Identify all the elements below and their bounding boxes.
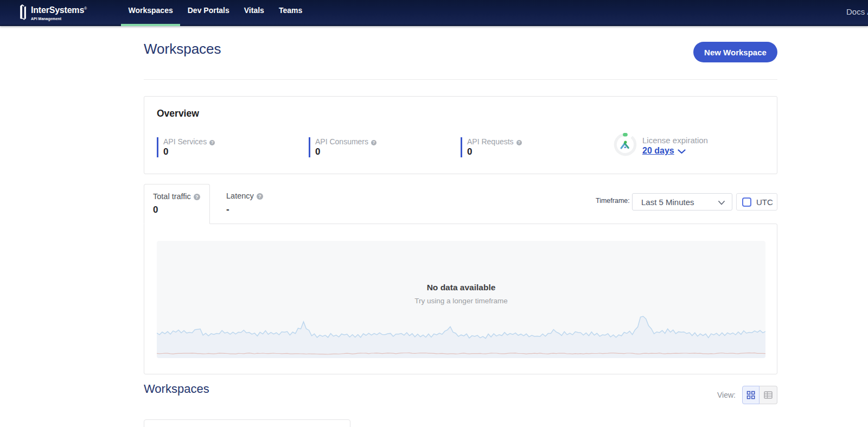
nav-item-dev-portals[interactable]: Dev Portals xyxy=(180,0,237,26)
timeframe-select[interactable]: Last 5 Minutes xyxy=(632,193,732,211)
stat-value: 0 xyxy=(163,147,215,157)
overview-card: Overview API Services? 0 API Consumers? … xyxy=(144,96,777,174)
nav-item-label: Dev Portals xyxy=(188,6,229,15)
chevron-down-icon xyxy=(718,201,725,205)
nav-item-label: Vitals xyxy=(244,6,264,15)
stat-api-requests: API Requests? 0 xyxy=(461,137,522,157)
grid-view-icon xyxy=(746,391,755,399)
stat-value: 0 xyxy=(315,147,376,157)
top-navbar: InterSystems® API Management Workspaces … xyxy=(0,0,868,26)
nav-item-label: Workspaces xyxy=(129,6,173,15)
registered-mark: ® xyxy=(84,7,87,10)
timeframe-selected-value: Last 5 Minutes xyxy=(641,197,694,207)
page-title: Workspaces xyxy=(144,41,221,58)
tab-label: Latency? xyxy=(226,192,263,200)
empty-state-title: No data available xyxy=(157,283,765,292)
stat-api-services: API Services? 0 xyxy=(157,137,215,157)
table-view-button[interactable] xyxy=(760,386,777,404)
utc-label: UTC xyxy=(756,197,773,207)
stat-api-consumers: API Consumers? 0 xyxy=(309,137,376,157)
new-workspace-button[interactable]: New Workspace xyxy=(693,42,777,62)
brand-name: InterSystems® xyxy=(31,4,87,15)
workspaces-section-title: Workspaces xyxy=(144,382,209,396)
nav-item-workspaces[interactable]: Workspaces xyxy=(121,0,180,26)
help-icon[interactable]: ? xyxy=(209,140,215,145)
traffic-chart-panel: No data available Try using a longer tim… xyxy=(144,224,777,374)
table-view-icon xyxy=(764,391,773,399)
nav-active-underline xyxy=(121,24,180,26)
help-icon[interactable]: ? xyxy=(194,194,200,200)
nav-item-label: Teams xyxy=(279,6,302,15)
view-toggle xyxy=(742,386,777,404)
license-expiration-widget: License expiration 20 days xyxy=(613,132,708,157)
overview-title: Overview xyxy=(157,108,199,119)
empty-state-subtitle: Try using a longer timeframe xyxy=(157,297,765,305)
workspace-card-partial[interactable] xyxy=(144,419,350,427)
help-icon[interactable]: ? xyxy=(257,193,263,200)
tab-latency[interactable]: Latency? - xyxy=(226,192,263,215)
chevron-down-icon[interactable] xyxy=(678,149,686,154)
utc-checkbox[interactable] xyxy=(742,197,751,207)
nav-item-vitals[interactable]: Vitals xyxy=(237,0,271,26)
brand-text: InterSystems® API Management xyxy=(31,4,87,21)
brand-product: API Management xyxy=(31,16,87,21)
help-icon[interactable]: ? xyxy=(516,140,522,145)
license-text: License expiration 20 days xyxy=(642,132,708,157)
intersystems-logo-icon xyxy=(20,4,26,20)
view-label: View: xyxy=(717,391,736,399)
docs-link[interactable]: Docs A xyxy=(846,0,868,26)
stat-label: API Consumers? xyxy=(315,137,376,146)
tab-label: Total traffic? xyxy=(153,192,200,201)
header-divider xyxy=(144,79,777,80)
timeframe-label: Timeframe: xyxy=(596,197,628,205)
grid-view-button[interactable] xyxy=(742,386,760,404)
help-icon[interactable]: ? xyxy=(371,140,376,145)
license-donut-icon xyxy=(613,132,637,157)
nav-item-teams[interactable]: Teams xyxy=(271,0,309,26)
stat-label: API Services? xyxy=(163,137,215,146)
tab-total-traffic[interactable]: Total traffic? 0 xyxy=(144,184,210,224)
license-days-link[interactable]: 20 days xyxy=(642,146,674,156)
chart-placeholder: No data available Try using a longer tim… xyxy=(157,241,765,358)
tab-value: 0 xyxy=(153,205,158,215)
license-label: License expiration xyxy=(642,136,708,145)
brand-logo[interactable]: InterSystems® API Management xyxy=(20,4,87,22)
utc-toggle-box: UTC xyxy=(736,193,777,211)
stat-value: 0 xyxy=(467,147,522,157)
app-window: InterSystems® API Management Workspaces … xyxy=(0,0,868,427)
stat-label: API Requests? xyxy=(467,137,522,146)
main-nav: Workspaces Dev Portals Vitals Teams xyxy=(121,0,310,26)
tab-value: - xyxy=(226,204,263,215)
